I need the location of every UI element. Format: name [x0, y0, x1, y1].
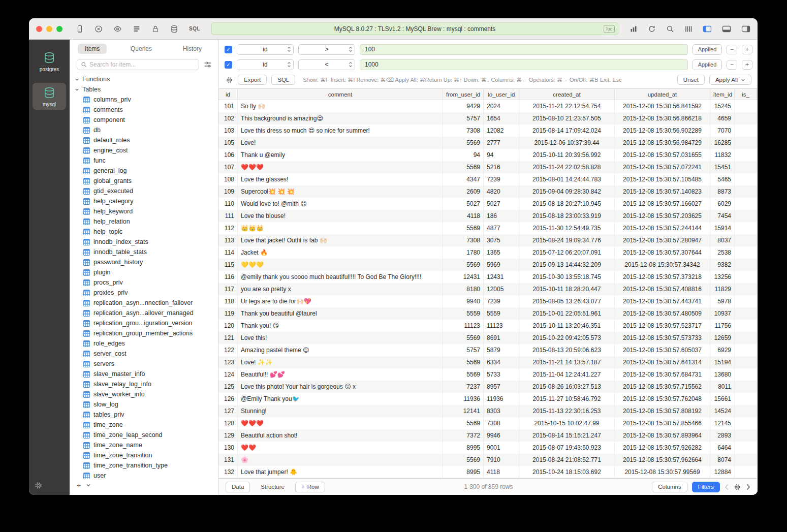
cell-to-user-id[interactable]: 4118 — [484, 466, 519, 478]
cell-item-id[interactable]: 15661 — [710, 393, 735, 405]
cell-id[interactable]: 123 — [218, 356, 238, 368]
cell-updated-at[interactable]: 2015-12-08 15:30:56.866218 — [615, 112, 710, 124]
cell-id[interactable]: 127 — [218, 405, 238, 417]
cell-created-at[interactable]: 2015-10-30 13:55:18.745 — [519, 271, 615, 283]
cell-created-at[interactable]: 2015-10-24 18:15:03.692 — [519, 466, 615, 478]
table-row[interactable]: 121 Love this! 5569 8691 2015-10-22 09:4… — [218, 332, 758, 344]
cell-to-user-id[interactable]: 9946 — [484, 429, 519, 442]
cell-to-user-id[interactable]: 7308 — [484, 417, 519, 429]
cell-to-user-id[interactable]: 5733 — [484, 368, 519, 381]
filter-operator-select[interactable]: < — [298, 59, 355, 70]
tree-section-functions[interactable]: Functions — [70, 74, 218, 84]
table-row[interactable]: 123 Love! ✨✨ 5569 6334 2015-11-21 14:13:… — [218, 356, 758, 368]
cell-item-id[interactable]: 7454 — [710, 210, 735, 222]
cell-id[interactable]: 111 — [218, 210, 238, 222]
table-row[interactable]: 112 👑👑👑 5569 4877 2015-11-30 12:54:49.73… — [218, 222, 758, 234]
cell-to-user-id[interactable]: 2777 — [484, 137, 519, 149]
cell-item-id[interactable]: 13256 — [710, 271, 735, 283]
tab-items[interactable]: Items — [78, 44, 107, 54]
cell-item-id[interactable]: 2538 — [710, 246, 735, 259]
data-tab-button[interactable]: Data — [226, 482, 250, 492]
cell-item-id[interactable]: 6464 — [710, 442, 735, 454]
cell-item-id[interactable]: 14524 — [710, 405, 735, 417]
cell-comment[interactable]: Love the blouse! — [238, 210, 443, 222]
cell-created-at[interactable]: 2015-08-05 13:26:43.077 — [519, 295, 615, 307]
cell-from-user-id[interactable]: 5559 — [443, 307, 484, 320]
cell-item-id[interactable]: 4659 — [710, 112, 735, 124]
cell-updated-at[interactable]: 2015-12-08 15:30:57.280947 — [615, 234, 710, 246]
cell-id[interactable]: 114 — [218, 246, 238, 259]
sql-button[interactable]: SQL — [271, 75, 295, 85]
sidebar-table-item[interactable]: slave_master_info — [70, 369, 218, 379]
cell-created-at[interactable]: 2015-10-01 22:05:51.961 — [519, 307, 615, 320]
cell-updated-at[interactable]: 2015-12-08 15:30:56.902289 — [615, 124, 710, 137]
next-page-button[interactable] — [746, 484, 750, 490]
database-icon[interactable] — [170, 25, 178, 33]
cell-comment[interactable]: 👑👑👑 — [238, 222, 443, 234]
cell-from-user-id[interactable]: 8995 — [443, 442, 484, 454]
cell-item-id[interactable]: 8037 — [710, 234, 735, 246]
table-row[interactable]: 126 @Emily Thank you🐦 11936 11936 2015-1… — [218, 393, 758, 405]
cell-item-id[interactable]: 10937 — [710, 307, 735, 320]
cell-from-user-id[interactable]: 7308 — [443, 234, 484, 246]
sidebar-table-item[interactable]: component — [70, 115, 218, 125]
cell-from-user-id[interactable]: 5757 — [443, 344, 484, 356]
cell-item-id[interactable]: 2893 — [710, 429, 735, 442]
cell-updated-at[interactable]: 2015-12-08 15:30:57.573733 — [615, 332, 710, 344]
sidebar-table-item[interactable]: tables_priv — [70, 410, 218, 420]
cell-to-user-id[interactable]: 7239 — [484, 173, 519, 185]
cell-created-at[interactable]: 2015-10-11 18:28:20.447 — [519, 283, 615, 295]
cell-comment[interactable]: Stunning! — [238, 405, 443, 417]
cell-is[interactable] — [735, 198, 757, 210]
sidebar-table-item[interactable]: servers — [70, 359, 218, 369]
cell-is[interactable] — [735, 320, 757, 332]
cell-updated-at[interactable]: 2015-12-08 15:30:57.808192 — [615, 405, 710, 417]
cell-item-id[interactable]: 12145 — [710, 417, 735, 429]
sidebar-table-item[interactable]: slow_log — [70, 399, 218, 410]
column-header-from-user-id[interactable]: from_user_id — [443, 89, 484, 100]
connection-mysql[interactable]: mysql — [33, 83, 66, 110]
cell-to-user-id[interactable]: 1654 — [484, 112, 519, 124]
cell-updated-at[interactable]: 2015-12-08 15:30:57.373218 — [615, 271, 710, 283]
cell-is[interactable] — [735, 368, 757, 381]
cell-item-id[interactable]: 13680 — [710, 368, 735, 381]
cell-id[interactable]: 132 — [218, 466, 238, 478]
add-item-button[interactable]: + — [77, 481, 81, 489]
cell-from-user-id[interactable]: 5569 — [443, 368, 484, 381]
cell-updated-at[interactable]: 2015-12-08 15:30:57.926282 — [615, 442, 710, 454]
cell-id[interactable]: 128 — [218, 417, 238, 429]
cell-from-user-id[interactable]: 94 — [443, 149, 484, 161]
cell-item-id[interactable]: 12659 — [710, 332, 735, 344]
sidebar-table-item[interactable]: help_keyword — [70, 206, 218, 216]
cell-from-user-id[interactable]: 5757 — [443, 112, 484, 124]
cell-is[interactable] — [735, 149, 757, 161]
cell-item-id[interactable]: 11829 — [710, 283, 735, 295]
cell-from-user-id[interactable]: 5569 — [443, 259, 484, 271]
filter-operator-select[interactable]: > — [298, 44, 355, 55]
cell-comment[interactable]: ❤️❤️ — [238, 442, 443, 454]
cell-to-user-id[interactable]: 8691 — [484, 332, 519, 344]
sidebar-table-item[interactable]: time_zone_name — [70, 440, 218, 450]
cell-item-id[interactable]: 15451 — [710, 161, 735, 173]
table-row[interactable]: 108 Love the glasses! 4347 7239 2015-08-… — [218, 173, 758, 185]
sidebar-table-item[interactable]: password_history — [70, 257, 218, 267]
cell-item-id[interactable]: 9382 — [710, 259, 735, 271]
cell-created-at[interactable]: 2015-11-21 22:12:54.754 — [519, 100, 615, 112]
table-row[interactable]: 101 So fly 🙌🏻 9429 2024 2015-11-21 22:12… — [218, 100, 758, 112]
table-row[interactable]: 102 This background is amazing😍 5757 165… — [218, 112, 758, 124]
cell-created-at[interactable]: 2015-08-07 19:43:50.923 — [519, 442, 615, 454]
cell-created-at[interactable]: 2015-11-13 22:30:16.253 — [519, 405, 615, 417]
cell-to-user-id[interactable]: 5216 — [484, 161, 519, 173]
cell-created-at[interactable]: 2015-08-18 20:27:10.945 — [519, 198, 615, 210]
cell-comment[interactable]: 💛💛💛 — [238, 259, 443, 271]
cell-from-user-id[interactable]: 5569 — [443, 161, 484, 173]
sidebar-table-item[interactable]: innodb_table_stats — [70, 247, 218, 257]
filter-column-select[interactable]: id — [237, 59, 294, 70]
apply-all-button[interactable]: Apply All — [709, 75, 751, 85]
cell-is[interactable] — [735, 466, 757, 478]
table-row[interactable]: 110 Would love to! @mith 😊 5027 5027 201… — [218, 198, 758, 210]
cell-item-id[interactable]: 8074 — [710, 454, 735, 466]
table-row[interactable]: 131 🌸 5569 7910 2015-08-24 21:08:52.771 … — [218, 454, 758, 466]
cell-updated-at[interactable]: 2015-12-08 15:30:57.605037 — [615, 344, 710, 356]
cell-from-user-id[interactable]: 7308 — [443, 124, 484, 137]
